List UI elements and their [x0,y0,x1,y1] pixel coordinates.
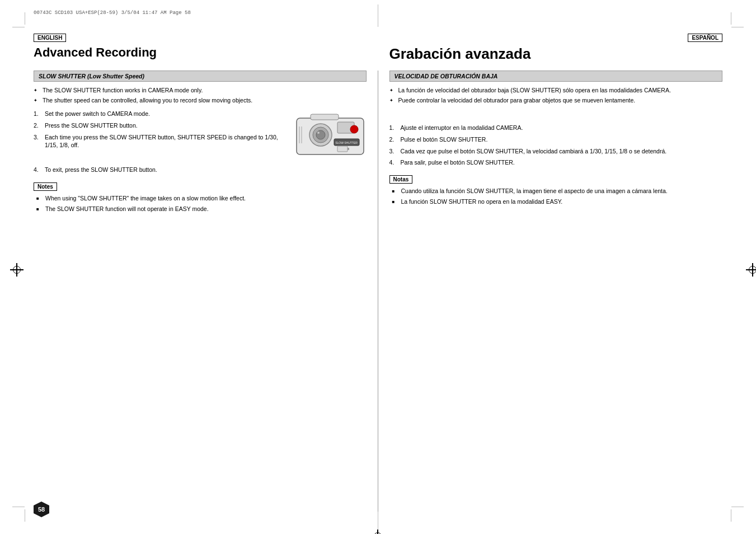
left-mid-section: 1. Set the power switch to CAMERA mode. … [34,110,367,163]
svg-point-9 [350,125,358,133]
right-intro-bullets: La función de velocidad del obturador ba… [389,86,723,104]
step-num-3: 3. [34,133,39,142]
svg-point-3 [316,130,325,139]
right-section-header: VELOCIDAD DE OBTURACIÓN BAJA [389,71,723,82]
left-num-list: 1. Set the power switch to CAMERA mode. … [34,110,294,149]
svg-point-4 [317,132,320,134]
left-steps: 1. Set the power switch to CAMERA mode. … [34,110,294,155]
trim-line-bot-left-v [25,509,25,522]
step-text-4: To exit, press the SLOW SHUTTER button. [45,166,157,173]
trim-line-bot-right-v [731,509,731,522]
right-note-1: Cuando utiliza la función SLOW SHUTTER, … [392,187,723,195]
notes-box-right: Notas [389,175,413,184]
step-text-1: Set the power switch to CAMERA mode. [45,110,150,117]
trim-line-bot-left [12,507,25,507]
step-num-2: 2. [34,121,39,130]
left-column: SLOW SHUTTER (Low Shutter Speed) The SLO… [34,71,378,512]
svg-rect-13 [348,148,349,150]
header-row: ENGLISH Advanced Recording ESPAÑOL Graba… [34,34,722,69]
notes-box-left: Notes [34,182,57,191]
right-step-2: 2. Pulse el botón SLOW SHUTTER. [389,135,723,144]
content-area: ENGLISH Advanced Recording ESPAÑOL Graba… [34,34,722,512]
camera-image: SLOW SHUTTER [294,110,367,163]
page-title-right: Grabación avanzada [389,45,723,63]
right-step-num-2: 2. [389,135,395,144]
right-intro-bullet-2: Puede controlar la velocidad del obturad… [389,96,723,105]
trim-line-top-left-v [25,12,25,25]
left-header: ENGLISH Advanced Recording [34,34,378,69]
trim-line-bot-right [731,507,744,507]
right-column: VELOCIDAD DE OBTURACIÓN BAJA La función … [378,71,723,512]
trim-line-top-left [12,27,25,27]
svg-rect-12 [337,146,348,152]
lang-badge-espanol: ESPAÑOL [688,34,722,42]
step-num-1: 1. [34,110,39,118]
left-note-2: The SLOW SHUTTER function will not opera… [36,205,367,213]
step-text-2: Press the SLOW SHUTTER button. [45,122,138,129]
right-step-text-4: Para salir, pulse el botón SLOW SHUTTER. [401,159,515,166]
left-intro-bullets: The SLOW SHUTTER function works in CAMER… [34,86,367,104]
left-step-2: 2. Press the SLOW SHUTTER button. [34,121,294,130]
step-num-4: 4. [34,166,39,174]
left-step-1: 1. Set the power switch to CAMERA mode. [34,110,294,118]
right-step-3: 3. Cada vez que pulse el botón SLOW SHUT… [389,147,723,156]
lang-badge-english: ENGLISH [34,34,66,42]
right-step-text-2: Pulse el botón SLOW SHUTTER. [401,136,488,143]
right-step-num-4: 4. [389,158,395,167]
trim-line-top-right-v [731,12,731,25]
trim-center-top [378,4,378,27]
right-notes-list: Cuando utiliza la función SLOW SHUTTER, … [392,187,723,205]
file-info: 00743C SCD103 USA+ESP(28-59) 3/5/04 11:4… [34,10,191,16]
left-intro-bullet-1: The SLOW SHUTTER function works in CAMER… [34,86,367,95]
step-text-3: Each time you press the SLOW SHUTTER but… [45,134,278,149]
right-step-num-1: 1. [389,124,395,132]
right-step-1: 1. Ajuste el interruptor en la modalidad… [389,124,723,132]
right-notes-section: Notas Cuando utiliza la función SLOW SHU… [389,175,723,205]
left-notes-list: When using "SLOW SHUTTER" the image take… [36,194,367,213]
left-notes-section: Notes When using "SLOW SHUTTER" the imag… [34,182,367,213]
right-step-text-3: Cada vez que pulse el botón SLOW SHUTTER… [401,148,667,154]
left-note-1: When using "SLOW SHUTTER" the image take… [36,194,367,203]
left-section-header: SLOW SHUTTER (Low Shutter Speed) [34,71,367,82]
camera-svg: SLOW SHUTTER [294,110,367,163]
right-intro-bullet-1: La función de velocidad del obturador ba… [389,86,723,95]
svg-rect-6 [311,114,339,120]
right-step-num-3: 3. [389,147,395,156]
page-container: 00743C SCD103 USA+ESP(28-59) 3/5/04 11:4… [0,0,756,534]
svg-text:SLOW SHUTTER: SLOW SHUTTER [335,141,358,144]
left-step-4-list: 4. To exit, press the SLOW SHUTTER butto… [34,166,367,174]
left-step-3: 3. Each time you press the SLOW SHUTTER … [34,133,294,149]
right-note-2: La función SLOW SHUTTER no opera en la m… [392,198,723,206]
right-lang-wrapper: ESPAÑOL [389,34,723,44]
left-intro-bullet-2: The shutter speed can be controlled, all… [34,96,367,105]
right-step-4: 4. Para salir, pulse el botón SLOW SHUTT… [389,158,723,167]
body-section: SLOW SHUTTER (Low Shutter Speed) The SLO… [34,71,722,512]
right-num-list: 1. Ajuste el interruptor en la modalidad… [389,124,723,167]
page-title-left: Advanced Recording [34,45,367,60]
left-step-4: 4. To exit, press the SLOW SHUTTER butto… [34,166,367,174]
right-header: ESPAÑOL Grabación avanzada [378,34,723,69]
right-step-text-1: Ajuste el interruptor en la modalidad CA… [401,124,523,131]
trim-line-top-right [731,27,744,27]
